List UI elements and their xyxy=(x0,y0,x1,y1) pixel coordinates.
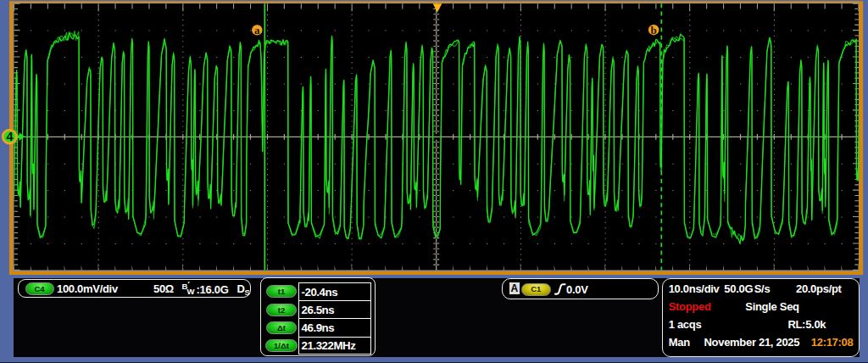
svg-text:a: a xyxy=(254,24,260,36)
svg-text:4: 4 xyxy=(6,130,13,143)
svg-text:b: b xyxy=(651,24,657,36)
